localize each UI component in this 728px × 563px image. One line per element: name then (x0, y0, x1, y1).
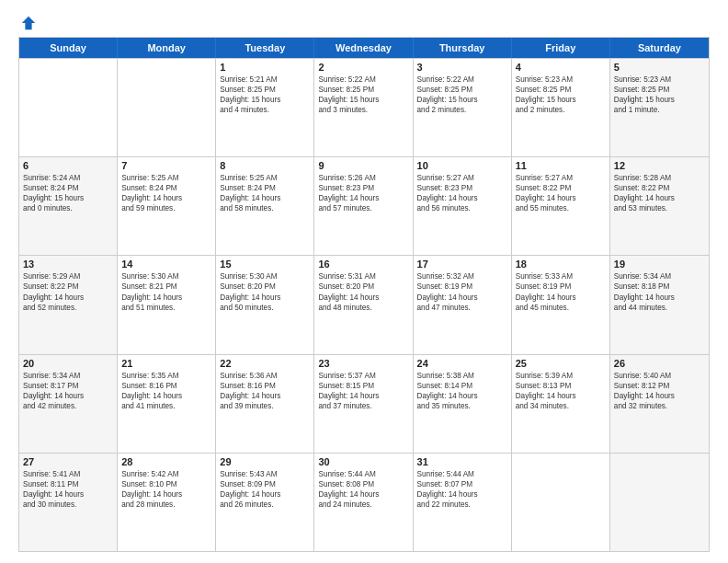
cell-line-0: Sunrise: 5:32 AM (417, 271, 507, 282)
cell-line-1: Sunset: 8:25 PM (516, 85, 606, 95)
day-cell-10: 10Sunrise: 5:27 AMSunset: 8:23 PMDayligh… (414, 157, 512, 255)
cell-line-1: Sunset: 8:12 PM (614, 381, 705, 391)
day-cell-5: 5Sunrise: 5:23 AMSunset: 8:25 PMDaylight… (610, 59, 709, 156)
day-number: 23 (318, 358, 408, 369)
cell-line-0: Sunrise: 5:25 AM (220, 173, 310, 183)
day-cell-1: 1Sunrise: 5:21 AMSunset: 8:25 PMDaylight… (216, 59, 314, 156)
cell-line-2: Daylight: 15 hours (417, 95, 507, 105)
weekday-header-saturday: Saturday (610, 38, 709, 58)
day-number: 4 (516, 62, 606, 73)
calendar-body: 1Sunrise: 5:21 AMSunset: 8:25 PMDaylight… (19, 58, 709, 551)
cell-line-3: and 41 minutes. (121, 401, 211, 411)
day-cell-20: 20Sunrise: 5:34 AMSunset: 8:17 PMDayligh… (19, 355, 118, 453)
calendar: SundayMondayTuesdayWednesdayThursdayFrid… (18, 37, 710, 552)
cell-line-2: Daylight: 14 hours (318, 193, 408, 203)
cell-line-3: and 57 minutes. (318, 203, 408, 213)
day-cell-17: 17Sunrise: 5:32 AMSunset: 8:19 PMDayligh… (414, 256, 512, 353)
cell-line-3: and 2 minutes. (516, 105, 606, 115)
cell-line-0: Sunrise: 5:24 AM (23, 173, 113, 183)
cell-line-2: Daylight: 15 hours (220, 95, 310, 105)
cell-line-2: Daylight: 15 hours (516, 95, 606, 105)
day-cell-4: 4Sunrise: 5:23 AMSunset: 8:25 PMDaylight… (512, 59, 610, 156)
cell-line-1: Sunset: 8:16 PM (220, 381, 310, 391)
cell-line-1: Sunset: 8:11 PM (23, 479, 113, 489)
cell-line-3: and 42 minutes. (23, 401, 113, 411)
day-cell-11: 11Sunrise: 5:27 AMSunset: 8:22 PMDayligh… (512, 157, 610, 255)
cell-line-3: and 51 minutes. (121, 303, 211, 313)
cell-line-0: Sunrise: 5:44 AM (417, 469, 507, 479)
cell-line-1: Sunset: 8:23 PM (318, 183, 408, 193)
cell-line-0: Sunrise: 5:39 AM (516, 371, 606, 381)
day-cell-27: 27Sunrise: 5:41 AMSunset: 8:11 PMDayligh… (19, 454, 118, 551)
day-cell-14: 14Sunrise: 5:30 AMSunset: 8:21 PMDayligh… (118, 256, 216, 353)
empty-cell-r0c0 (19, 59, 118, 156)
cell-line-1: Sunset: 8:15 PM (318, 381, 408, 391)
logo (18, 15, 37, 29)
cell-line-3: and 52 minutes. (23, 303, 113, 313)
cell-line-3: and 22 minutes. (417, 500, 507, 510)
cell-line-0: Sunrise: 5:23 AM (516, 75, 606, 85)
cell-line-1: Sunset: 8:25 PM (417, 85, 507, 95)
cell-line-2: Daylight: 15 hours (23, 193, 113, 203)
day-number: 2 (318, 62, 408, 73)
weekday-header-monday: Monday (118, 38, 216, 58)
day-cell-24: 24Sunrise: 5:38 AMSunset: 8:14 PMDayligh… (414, 355, 512, 453)
cell-line-2: Daylight: 14 hours (614, 193, 705, 203)
cell-line-3: and 3 minutes. (318, 105, 408, 115)
cell-line-1: Sunset: 8:20 PM (318, 282, 408, 292)
day-cell-6: 6Sunrise: 5:24 AMSunset: 8:24 PMDaylight… (19, 157, 118, 255)
cell-line-2: Daylight: 15 hours (318, 95, 408, 105)
cell-line-0: Sunrise: 5:33 AM (516, 271, 606, 282)
cell-line-1: Sunset: 8:19 PM (516, 282, 606, 292)
cell-line-3: and 30 minutes. (23, 500, 113, 510)
cell-line-2: Daylight: 14 hours (23, 489, 113, 500)
calendar-row-3: 13Sunrise: 5:29 AMSunset: 8:22 PMDayligh… (19, 255, 709, 353)
day-cell-29: 29Sunrise: 5:43 AMSunset: 8:09 PMDayligh… (216, 454, 314, 551)
day-number: 14 (121, 259, 211, 270)
cell-line-2: Daylight: 14 hours (318, 391, 408, 401)
cell-line-1: Sunset: 8:22 PM (516, 183, 606, 193)
cell-line-3: and 32 minutes. (614, 401, 705, 411)
cell-line-3: and 26 minutes. (220, 500, 310, 510)
day-number: 5 (614, 62, 705, 73)
cell-line-3: and 50 minutes. (220, 303, 310, 313)
cell-line-2: Daylight: 14 hours (220, 489, 310, 500)
day-number: 1 (220, 62, 310, 73)
cell-line-3: and 39 minutes. (220, 401, 310, 411)
day-number: 16 (318, 259, 408, 270)
cell-line-3: and 58 minutes. (220, 203, 310, 213)
day-cell-8: 8Sunrise: 5:25 AMSunset: 8:24 PMDaylight… (216, 157, 314, 255)
cell-line-2: Daylight: 14 hours (318, 293, 408, 303)
cell-line-1: Sunset: 8:24 PM (121, 183, 211, 193)
cell-line-1: Sunset: 8:19 PM (417, 282, 507, 292)
day-number: 28 (121, 456, 211, 467)
cell-line-2: Daylight: 14 hours (121, 293, 211, 303)
empty-cell-r0c1 (118, 59, 216, 156)
cell-line-0: Sunrise: 5:37 AM (318, 371, 408, 381)
empty-cell-r4c5 (512, 454, 610, 551)
cell-line-3: and 53 minutes. (614, 203, 705, 213)
cell-line-0: Sunrise: 5:30 AM (220, 271, 310, 282)
day-number: 10 (417, 160, 507, 171)
cell-line-1: Sunset: 8:07 PM (417, 479, 507, 489)
day-number: 26 (614, 358, 705, 369)
page: SundayMondayTuesdayWednesdayThursdayFrid… (0, 0, 728, 563)
cell-line-0: Sunrise: 5:44 AM (318, 469, 408, 479)
cell-line-2: Daylight: 14 hours (23, 391, 113, 401)
day-number: 31 (417, 456, 507, 467)
calendar-row-5: 27Sunrise: 5:41 AMSunset: 8:11 PMDayligh… (19, 453, 709, 551)
cell-line-1: Sunset: 8:23 PM (417, 183, 507, 193)
day-cell-2: 2Sunrise: 5:22 AMSunset: 8:25 PMDaylight… (314, 59, 413, 156)
day-cell-23: 23Sunrise: 5:37 AMSunset: 8:15 PMDayligh… (314, 355, 413, 453)
day-number: 17 (417, 259, 507, 270)
calendar-row-1: 1Sunrise: 5:21 AMSunset: 8:25 PMDaylight… (19, 58, 709, 156)
day-number: 13 (23, 259, 113, 270)
cell-line-3: and 44 minutes. (614, 303, 705, 313)
day-number: 27 (23, 456, 113, 467)
cell-line-2: Daylight: 14 hours (417, 391, 507, 401)
cell-line-0: Sunrise: 5:31 AM (318, 271, 408, 282)
cell-line-3: and 47 minutes. (417, 303, 507, 313)
day-number: 3 (417, 62, 507, 73)
weekday-header-wednesday: Wednesday (314, 38, 413, 58)
cell-line-3: and 55 minutes. (516, 203, 606, 213)
